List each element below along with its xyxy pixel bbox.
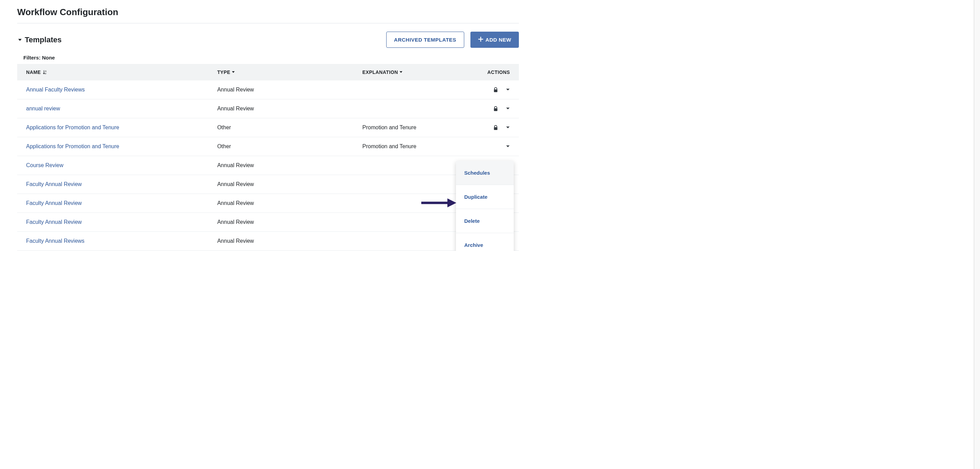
cell-name: Faculty Annual Reviews (26, 238, 217, 244)
cell-type: Annual Review (217, 238, 362, 244)
table-row: Faculty Annual ReviewsAnnual Review (17, 232, 519, 250)
cell-type: Annual Review (217, 105, 362, 112)
cell-name: Applications for Promotion and Tenure (26, 144, 217, 150)
column-header-actions: ACTIONS (469, 69, 510, 75)
template-name-link[interactable]: Annual Faculty Reviews (26, 87, 85, 93)
table-row: Applications for Promotion and TenureOth… (17, 137, 519, 156)
menu-item-archive[interactable]: Archive (456, 233, 514, 250)
template-name-link[interactable]: Faculty Annual Review (26, 200, 82, 206)
row-actions-toggle[interactable] (506, 145, 510, 148)
cell-name: Faculty Annual Review (26, 219, 217, 225)
menu-item-delete[interactable]: Delete (456, 209, 514, 233)
menu-item-duplicate[interactable]: Duplicate (456, 185, 514, 209)
cell-type: Annual Review (217, 181, 362, 187)
template-name-link[interactable]: annual review (26, 105, 60, 112)
lock-icon (493, 87, 498, 93)
column-actions-label: ACTIONS (487, 69, 510, 75)
cell-type: Other (217, 144, 362, 150)
chevron-down-icon (17, 37, 23, 43)
type-text: Annual Review (217, 200, 254, 206)
cell-name: Faculty Annual Review (26, 200, 217, 206)
type-text: Other (217, 144, 231, 150)
cell-name: Annual Faculty Reviews (26, 87, 217, 93)
archived-templates-label: ARCHIVED TEMPLATES (394, 37, 456, 43)
table-row: Annual Faculty ReviewsAnnual Review (17, 80, 519, 99)
templates-table: NAME A Z TYPE EXPLANATION (17, 64, 519, 250)
lock-icon (493, 106, 498, 112)
header-actions: ARCHIVED TEMPLATES ADD NEW (386, 32, 519, 48)
type-text: Annual Review (217, 181, 254, 187)
table-row: Course ReviewAnnual Review (17, 156, 519, 175)
plus-icon (478, 37, 484, 43)
template-name-link[interactable]: Faculty Annual Reviews (26, 238, 84, 244)
add-new-button[interactable]: ADD NEW (471, 32, 519, 48)
row-actions-toggle[interactable] (506, 126, 510, 129)
page-title: Workflow Configuration (17, 7, 519, 18)
cell-actions (469, 145, 510, 148)
svg-text:A: A (45, 70, 47, 72)
type-text: Annual Review (217, 162, 254, 169)
sort-asc-icon: A Z (43, 70, 47, 75)
cell-type: Other (217, 124, 362, 131)
filters-value: None (42, 55, 55, 61)
row-actions-toggle[interactable] (506, 88, 510, 91)
cell-type: Annual Review (217, 200, 362, 206)
cell-name: Applications for Promotion and Tenure (26, 124, 217, 131)
table-row: annual reviewAnnual Review (17, 99, 519, 118)
cell-type: Annual Review (217, 87, 362, 93)
table-body: Annual Faculty ReviewsAnnual Reviewannua… (17, 80, 519, 250)
filters-label-text: Filters: (23, 55, 41, 61)
table-row: Faculty Annual ReviewAnnual Review (17, 175, 519, 194)
cell-actions (469, 106, 510, 112)
cell-actions (469, 125, 510, 130)
section-title: Templates (25, 35, 62, 45)
menu-item-schedules[interactable]: Schedules (456, 161, 514, 185)
cell-name: Course Review (26, 162, 217, 169)
template-name-link[interactable]: Faculty Annual Review (26, 181, 82, 187)
column-header-explanation[interactable]: EXPLANATION (363, 69, 469, 75)
cell-explanation: Promotion and Tenure (363, 124, 469, 131)
type-text: Annual Review (217, 219, 254, 225)
archived-templates-button[interactable]: ARCHIVED TEMPLATES (386, 32, 464, 48)
cell-type: Annual Review (217, 162, 362, 169)
type-text: Annual Review (217, 105, 254, 112)
table-row: Faculty Annual ReviewAnnual Review (17, 213, 519, 232)
cell-name: annual review (26, 105, 217, 112)
template-name-link[interactable]: Applications for Promotion and Tenure (26, 124, 119, 131)
table-header: NAME A Z TYPE EXPLANATION (17, 64, 519, 80)
template-name-link[interactable]: Faculty Annual Review (26, 219, 82, 225)
section-header: Templates ARCHIVED TEMPLATES ADD NEW (17, 32, 519, 48)
explanation-text: Promotion and Tenure (363, 124, 417, 131)
table-row: Applications for Promotion and TenureOth… (17, 118, 519, 137)
column-header-type[interactable]: TYPE (217, 69, 362, 75)
svg-rect-2 (494, 89, 498, 92)
table-row: Faculty Annual ReviewAnnual Review (17, 194, 519, 213)
type-text: Annual Review (217, 87, 254, 93)
section-title-toggle[interactable]: Templates (17, 35, 62, 45)
caret-down-icon (232, 71, 235, 73)
cell-type: Annual Review (217, 219, 362, 225)
svg-rect-3 (494, 108, 498, 111)
column-name-label: NAME (26, 69, 41, 75)
svg-rect-4 (494, 127, 498, 130)
add-new-label: ADD NEW (485, 37, 511, 43)
filters-display: Filters: None (17, 55, 519, 61)
column-header-name[interactable]: NAME A Z (26, 69, 217, 75)
cell-name: Faculty Annual Review (26, 181, 217, 187)
vertical-scrollbar[interactable] (974, 0, 980, 250)
template-name-link[interactable]: Applications for Promotion and Tenure (26, 144, 119, 150)
column-explanation-label: EXPLANATION (363, 69, 398, 75)
svg-text:Z: Z (45, 73, 46, 75)
row-actions-toggle[interactable] (506, 107, 510, 110)
type-text: Other (217, 124, 231, 131)
type-text: Annual Review (217, 238, 254, 244)
cell-actions (469, 87, 510, 93)
template-name-link[interactable]: Course Review (26, 162, 63, 169)
explanation-text: Promotion and Tenure (363, 144, 417, 150)
lock-icon (493, 125, 498, 130)
cell-explanation: Promotion and Tenure (363, 144, 469, 150)
caret-down-icon (399, 71, 403, 73)
row-actions-menu: SchedulesDuplicateDeleteArchive (456, 161, 514, 250)
column-type-label: TYPE (217, 69, 230, 75)
